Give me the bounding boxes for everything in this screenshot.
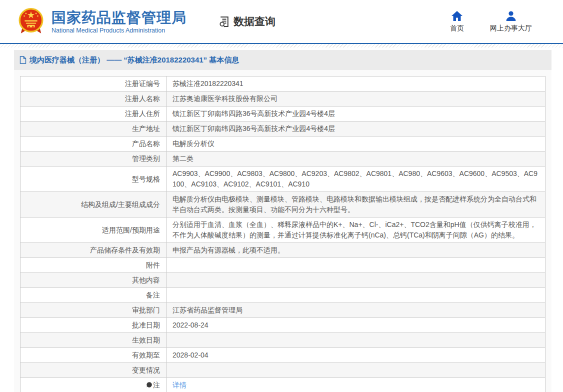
row-value bbox=[166, 363, 546, 378]
registration-info-table: 注册证编号苏械注准20182220341注册人名称江苏奥迪康医学科技股份有限公司… bbox=[20, 76, 546, 392]
table-row: 批准日期2022-08-24 bbox=[20, 318, 546, 333]
row-label: 批准日期 bbox=[20, 318, 166, 333]
table-row: 有效期至2028-02-04 bbox=[20, 348, 546, 363]
nav-home[interactable]: 首页 bbox=[445, 10, 469, 33]
row-label: 审批部门 bbox=[20, 303, 166, 318]
row-label: 其他内容 bbox=[20, 273, 166, 288]
row-value: 详情 bbox=[166, 378, 546, 392]
org-names: 国家药品监督管理局 National Medical Products Admi… bbox=[52, 10, 186, 34]
site-header: 国家药品监督管理局 National Medical Products Admi… bbox=[0, 0, 563, 44]
row-value: 电解质分析仪由电极模块、测量模块、管路模块、电路模块和数据输出模块组成，按是否配… bbox=[166, 192, 546, 218]
nav-home-label: 首页 bbox=[450, 24, 464, 33]
document-icon bbox=[20, 56, 26, 64]
row-value bbox=[166, 258, 546, 273]
row-label: 注册人住所 bbox=[20, 106, 166, 122]
row-value: 江苏奥迪康医学科技股份有限公司 bbox=[166, 92, 546, 106]
decorative-hatch-strip bbox=[0, 44, 563, 48]
row-value: 镇江新区丁卯南纬四路36号高新技术产业园4号楼4层 bbox=[166, 106, 546, 122]
table-row: 管理类别第二类 bbox=[20, 152, 546, 166]
table-row: 注册人名称江苏奥迪康医学科技股份有限公司 bbox=[20, 92, 546, 106]
row-value: 第二类 bbox=[166, 152, 546, 166]
table-row: 变更情况 bbox=[20, 363, 546, 378]
home-icon bbox=[451, 10, 463, 22]
table-row: 注册证编号苏械注准20182220341 bbox=[20, 76, 546, 92]
org-name-chinese: 国家药品监督管理局 bbox=[52, 10, 186, 26]
comment-icon bbox=[146, 382, 152, 388]
row-label: 附件 bbox=[20, 258, 166, 273]
row-value bbox=[166, 273, 546, 288]
nav-service-hall-label: 网上办事大厅 bbox=[490, 24, 532, 33]
details-link[interactable]: 详情 bbox=[172, 381, 186, 389]
content-card: 境内医疗器械（注册） —— “苏械注准20182220341” 基本信息 注册证… bbox=[14, 50, 552, 392]
table-row: 产品储存条件及有效期申报产品为有源器械，此项不适用。 bbox=[20, 243, 546, 258]
row-value: 申报产品为有源器械，此项不适用。 bbox=[166, 243, 546, 258]
header-branding: 国家药品监督管理局 National Medical Products Admi… bbox=[18, 7, 276, 36]
person-icon bbox=[505, 10, 517, 22]
row-label: 结构及组成/主要组成成分 bbox=[20, 192, 166, 218]
row-value: 电解质分析仪 bbox=[166, 136, 546, 152]
row-label: 适用范围/预期用途 bbox=[20, 218, 166, 243]
row-label: 产品名称 bbox=[20, 136, 166, 152]
table-row: 生产地址镇江新区丁卯南纬四路36号高新技术产业园4号楼4层 bbox=[20, 122, 546, 136]
row-value: 2028-02-04 bbox=[166, 348, 546, 363]
row-label: 型号规格 bbox=[20, 166, 166, 192]
row-value bbox=[166, 288, 546, 303]
table-row: 适用范围/预期用途分别适用于血清、血浆（全血）、稀释尿液样品中的K+、Na+、C… bbox=[20, 218, 546, 243]
row-label: 备注 bbox=[20, 288, 166, 303]
table-row: 附件 bbox=[20, 258, 546, 273]
row-value bbox=[166, 333, 546, 348]
table-row: 注详情 bbox=[20, 378, 546, 392]
row-value: 江苏省药品监督管理局 bbox=[166, 303, 546, 318]
row-label: 注册证编号 bbox=[20, 76, 166, 92]
document-search-icon bbox=[218, 15, 231, 28]
header-nav: 首页 网上办事大厅 bbox=[445, 10, 532, 33]
row-value: 苏械注准20182220341 bbox=[166, 76, 546, 92]
page-title-bar: 境内医疗器械（注册） —— “苏械注准20182220341” 基本信息 bbox=[14, 50, 552, 70]
data-query-tab[interactable]: 数据查询 bbox=[218, 14, 276, 28]
nav-service-hall[interactable]: 网上办事大厅 bbox=[490, 10, 532, 33]
table-row: 产品名称电解质分析仪 bbox=[20, 136, 546, 152]
row-value: 分别适用于血清、血浆（全血）、稀释尿液样品中的K+、Na+、Cl-、iCa2+、… bbox=[166, 218, 546, 243]
row-label: 产品储存条件及有效期 bbox=[20, 243, 166, 258]
row-label: 变更情况 bbox=[20, 363, 166, 378]
row-value: AC9903、AC9900、AC9803、AC9800、AC9203、AC980… bbox=[166, 166, 546, 192]
row-label: 管理类别 bbox=[20, 152, 166, 166]
table-row: 审批部门江苏省药品监督管理局 bbox=[20, 303, 546, 318]
row-value: 2022-08-24 bbox=[166, 318, 546, 333]
row-label: 注 bbox=[20, 378, 166, 392]
org-name-english: National Medical Products Administration bbox=[52, 27, 186, 34]
table-row: 生效日期 bbox=[20, 333, 546, 348]
row-label: 有效期至 bbox=[20, 348, 166, 363]
table-row: 备注 bbox=[20, 288, 546, 303]
table-row: 其他内容 bbox=[20, 273, 546, 288]
row-value: 镇江新区丁卯南纬四路36号高新技术产业园4号楼4层 bbox=[166, 122, 546, 136]
row-label: 注册人名称 bbox=[20, 92, 166, 106]
data-query-label: 数据查询 bbox=[234, 14, 276, 28]
row-label: 生效日期 bbox=[20, 333, 166, 348]
table-row: 注册人住所镇江新区丁卯南纬四路36号高新技术产业园4号楼4层 bbox=[20, 106, 546, 122]
national-emblem-logo bbox=[18, 7, 44, 36]
row-label: 生产地址 bbox=[20, 122, 166, 136]
table-row: 型号规格AC9903、AC9900、AC9803、AC9800、AC9203、A… bbox=[20, 166, 546, 192]
page-title: 境内医疗器械（注册） —— “苏械注准20182220341” 基本信息 bbox=[30, 56, 239, 65]
table-row: 结构及组成/主要组成成分电解质分析仪由电极模块、测量模块、管路模块、电路模块和数… bbox=[20, 192, 546, 218]
